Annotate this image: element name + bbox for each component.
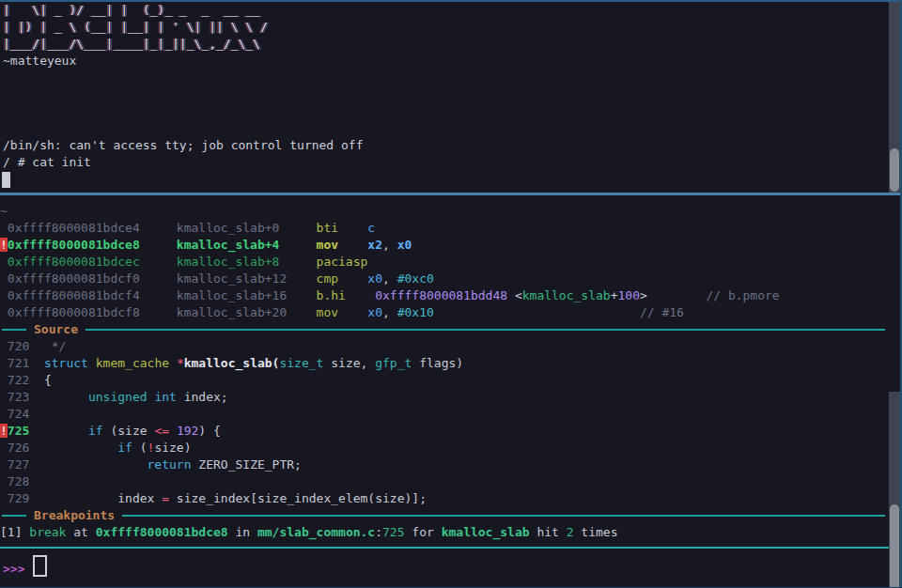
token: <: [515, 288, 522, 302]
marker-space: [0, 339, 8, 353]
marker-space: [0, 221, 8, 235]
token: 0xffff8000081bdce8: [8, 238, 177, 252]
token: 100: [617, 288, 639, 302]
marker-space: [0, 407, 8, 421]
token: [169, 356, 177, 370]
token: paciasp: [317, 255, 368, 269]
token: [434, 305, 640, 319]
divider-line: [86, 329, 885, 331]
section-label: Source: [34, 321, 78, 338]
token: ,: [382, 305, 397, 319]
token: ,: [382, 271, 397, 286]
line-number: 728: [8, 474, 44, 488]
marker-space: [0, 356, 8, 370]
token: at: [66, 525, 95, 539]
token: (size: [103, 424, 155, 438]
token: 0xffff8000081bdcf4: [8, 288, 177, 302]
token: for: [405, 525, 442, 539]
token: x2: [367, 238, 382, 252]
token: struct: [44, 356, 88, 370]
token: 725: [382, 525, 404, 539]
qemu-console-pane: | \| _ )/ __| | (_)_ _ _ __ __ | |) | _ …: [0, 0, 902, 193]
token: kmalloc_slab+8: [177, 255, 317, 269]
breakpoint-marker: !: [0, 238, 8, 252]
terminal-row: 0xffff8000081bdcec kmalloc_slab+8 pacias…: [0, 254, 889, 271]
token: {: [44, 373, 52, 387]
divider-line: [122, 515, 885, 517]
token: size_t: [279, 356, 323, 370]
token: int: [154, 390, 176, 404]
terminal-row: 721 struct kmem_cache *kmalloc_slab(size…: [0, 355, 889, 372]
dashboard-end-divider: [0, 547, 889, 549]
terminal-row: ~: [0, 203, 889, 220]
terminal-row: 724: [0, 406, 889, 423]
top-pane-scrollbar[interactable]: [889, 2, 900, 193]
token: index;: [177, 390, 228, 404]
bottom-scrollbar-thumb[interactable]: [890, 504, 899, 588]
token: *: [177, 356, 184, 370]
token: x0: [367, 271, 382, 286]
token: (: [132, 441, 148, 455]
token: // b.pmore: [706, 288, 779, 302]
marker-space: [0, 390, 8, 404]
token: flags): [412, 356, 463, 370]
token: 2: [567, 525, 574, 539]
token: >: [640, 288, 647, 302]
token: if: [117, 441, 132, 455]
line-number: 725: [8, 424, 44, 438]
terminal-row: 0xffff8000081bdcf0 kmalloc_slab+12 cmp x…: [0, 271, 889, 287]
token: 0xffff8000081bdce4: [8, 221, 177, 235]
gdb-prompt-row[interactable]: >>>: [3, 555, 47, 578]
token: [367, 288, 375, 302]
token: :: [375, 525, 382, 539]
line-number: 727: [8, 457, 44, 472]
token: 0xffff8000081bdcf0: [8, 271, 177, 286]
token: [169, 424, 177, 438]
top-scrollbar-thumb[interactable]: [890, 148, 899, 192]
token: =: [162, 491, 169, 505]
terminal-row: !0xffff8000081bdce8 kmalloc_slab+4 mov x…: [0, 237, 889, 254]
token: // #16: [640, 305, 684, 319]
marker-space: [0, 288, 8, 302]
gdb-output: ~ 0xffff8000081bdce4 kmalloc_slab+0 bti …: [0, 203, 889, 541]
token: ~: [0, 204, 8, 218]
token: <=: [154, 424, 169, 438]
marker-space: [0, 271, 8, 286]
marker-space: [0, 474, 8, 488]
token: [44, 457, 148, 472]
breakpoint-marker: !: [0, 424, 8, 438]
token: unsigned: [88, 390, 148, 404]
token: hit: [530, 525, 567, 539]
token: if: [88, 424, 103, 438]
token: return: [148, 457, 192, 472]
token: kmalloc_slab(: [184, 356, 280, 370]
line-number: 721: [8, 356, 44, 370]
token: #0x10: [397, 305, 434, 319]
marker-space: [0, 373, 8, 387]
token: */: [44, 339, 66, 353]
token: size,: [323, 356, 375, 370]
token: break: [29, 525, 66, 539]
line-number: 722: [8, 373, 44, 387]
marker-space: [0, 305, 8, 319]
token: [647, 288, 707, 302]
line-number: 726: [8, 441, 44, 455]
token: b.hi: [317, 288, 368, 302]
section-label: Breakpoints: [34, 507, 115, 524]
line-number: 724: [8, 407, 44, 421]
token: [44, 491, 117, 505]
token: ,: [382, 238, 397, 252]
shell-cursor: [2, 172, 10, 188]
token: 0xffff8000081bdcf8: [8, 305, 177, 319]
line-number: 729: [8, 491, 44, 505]
author-handle: ~matteyeux: [3, 53, 76, 70]
ascii-logo: | \| _ )/ __| | (_)_ _ _ __ __ | |) | _ …: [3, 2, 268, 53]
token: size_index[size_index_elem(size)];: [169, 491, 427, 505]
token: kmalloc_slab+0: [177, 221, 317, 235]
bottom-pane-scrollbar[interactable]: [889, 392, 900, 588]
token: mov: [317, 238, 368, 252]
token: x0: [367, 305, 382, 319]
pane-separator[interactable]: [0, 193, 902, 195]
token: size): [154, 441, 191, 455]
token: kmalloc_slab+16: [177, 288, 317, 302]
